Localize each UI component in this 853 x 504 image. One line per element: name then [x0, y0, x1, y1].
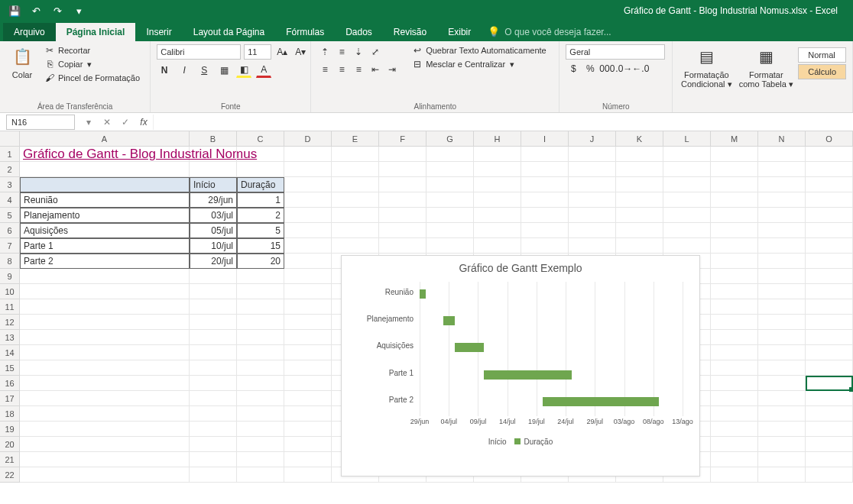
row-header[interactable]: 20: [0, 437, 20, 452]
align-bottom-icon[interactable]: ⇣: [351, 44, 366, 60]
wrap-text-button[interactable]: ↩Quebrar Texto Automaticamente: [410, 44, 548, 57]
row-header[interactable]: 6: [0, 223, 20, 238]
row-header[interactable]: 1: [0, 147, 20, 162]
col-header[interactable]: B: [190, 131, 237, 146]
table-header-empty[interactable]: [20, 177, 190, 192]
table-cell[interactable]: 05/jul: [190, 223, 237, 238]
row-header[interactable]: 7: [0, 238, 20, 254]
table-cell[interactable]: 5: [237, 223, 284, 238]
tab-formulas[interactable]: Fórmulas: [275, 23, 335, 41]
accounting-format-icon[interactable]: $: [566, 61, 581, 76]
row-header[interactable]: 14: [0, 345, 20, 360]
row-header[interactable]: 12: [0, 315, 20, 330]
col-header[interactable]: L: [663, 131, 711, 146]
cell-grid[interactable]: Gráfico de Gantt - Blog Industrial Nomus…: [20, 147, 853, 483]
row-header[interactable]: 21: [0, 452, 20, 467]
row-header[interactable]: 2: [0, 162, 20, 177]
table-cell[interactable]: 1: [237, 192, 284, 208]
col-header[interactable]: C: [237, 131, 284, 146]
decrease-decimal-icon[interactable]: ←.0: [633, 61, 648, 76]
orientation-icon[interactable]: ⤢: [368, 44, 383, 60]
comma-format-icon[interactable]: 000: [599, 61, 615, 76]
tab-file[interactable]: Arquivo: [3, 23, 56, 41]
format-painter-button[interactable]: 🖌Pincel de Formatação: [43, 72, 141, 84]
col-header[interactable]: F: [379, 131, 426, 146]
copy-button[interactable]: ⎘Copiar▾: [43, 58, 141, 70]
percent-format-icon[interactable]: %: [582, 61, 598, 76]
col-header[interactable]: K: [616, 131, 663, 146]
row-header[interactable]: 22: [0, 467, 20, 483]
align-center-icon[interactable]: ≡: [334, 62, 349, 77]
gantt-chart[interactable]: Gráfico de Gantt Exemplo 29/jun04/jul09/…: [341, 255, 700, 477]
col-header[interactable]: H: [474, 131, 521, 146]
enter-icon[interactable]: ✓: [116, 115, 135, 130]
col-header[interactable]: D: [284, 131, 332, 146]
increase-decimal-icon[interactable]: .0→: [616, 61, 631, 76]
row-header[interactable]: 5: [0, 208, 20, 223]
col-header[interactable]: G: [426, 131, 474, 146]
row-header[interactable]: 18: [0, 406, 20, 422]
align-right-icon[interactable]: ≡: [351, 62, 366, 77]
underline-button[interactable]: S: [196, 63, 212, 78]
table-cell[interactable]: Parte 1: [20, 238, 190, 254]
tab-home[interactable]: Página Inicial: [56, 23, 136, 41]
row-header[interactable]: 17: [0, 391, 20, 406]
name-box[interactable]: N16: [6, 115, 75, 130]
italic-button[interactable]: I: [177, 63, 192, 78]
decrease-font-icon[interactable]: A▾: [293, 44, 308, 60]
table-cell[interactable]: 2: [237, 208, 284, 223]
table-cell[interactable]: Parte 2: [20, 254, 190, 269]
row-header[interactable]: 8: [0, 254, 20, 269]
table-cell[interactable]: 03/jul: [190, 208, 237, 223]
select-all-corner[interactable]: [0, 131, 20, 146]
tab-data[interactable]: Dados: [335, 23, 383, 41]
row-header[interactable]: 15: [0, 360, 20, 376]
table-cell[interactable]: 10/jul: [190, 238, 237, 254]
tab-insert[interactable]: Inserir: [135, 23, 182, 41]
row-header[interactable]: 11: [0, 299, 20, 315]
col-header[interactable]: J: [569, 131, 616, 146]
table-cell[interactable]: 29/jun: [190, 192, 237, 208]
col-header[interactable]: O: [806, 131, 853, 146]
table-cell[interactable]: 20/jul: [190, 254, 237, 269]
col-header[interactable]: N: [758, 131, 806, 146]
increase-indent-icon[interactable]: ⇥: [384, 62, 400, 77]
borders-button[interactable]: ▦: [216, 63, 232, 78]
table-header-duracao[interactable]: Duração: [237, 177, 284, 192]
namebox-dropdown-icon[interactable]: ▾: [79, 115, 98, 130]
table-cell[interactable]: Reunião: [20, 192, 190, 208]
table-header-inicio[interactable]: Início: [190, 177, 237, 192]
row-header[interactable]: 19: [0, 422, 20, 437]
format-as-table-button[interactable]: ▦ Formatar como Tabela ▾: [738, 44, 793, 89]
font-size-combo[interactable]: 11: [244, 44, 271, 60]
table-cell[interactable]: Aquisições: [20, 223, 190, 238]
number-format-combo[interactable]: Geral: [566, 44, 665, 60]
col-header[interactable]: E: [332, 131, 379, 146]
font-name-combo[interactable]: Calibri: [157, 44, 241, 60]
cell-style-normal[interactable]: Normal: [798, 47, 846, 63]
align-middle-icon[interactable]: ≡: [334, 44, 349, 60]
bold-button[interactable]: N: [157, 63, 172, 78]
row-header[interactable]: 4: [0, 192, 20, 208]
fill-color-button[interactable]: ◧: [236, 63, 251, 78]
align-top-icon[interactable]: ⇡: [317, 44, 332, 60]
col-header[interactable]: A: [20, 131, 190, 146]
tab-view[interactable]: Exibir: [437, 23, 482, 41]
tell-me[interactable]: 💡 O que você deseja fazer...: [488, 26, 611, 41]
cancel-icon[interactable]: ✕: [98, 115, 116, 130]
merge-center-button[interactable]: ⊟Mesclar e Centralizar▾: [410, 58, 548, 70]
cell-A1-title-link[interactable]: Gráfico de Gantt - Blog Industrial Nomus: [20, 147, 190, 162]
col-header[interactable]: M: [711, 131, 758, 146]
fx-icon[interactable]: fx: [135, 115, 153, 130]
table-cell[interactable]: Planejamento: [20, 208, 190, 223]
tab-review[interactable]: Revisão: [383, 23, 437, 41]
row-header[interactable]: 13: [0, 330, 20, 345]
row-header[interactable]: 9: [0, 269, 20, 284]
font-color-button[interactable]: A: [256, 63, 271, 78]
decrease-indent-icon[interactable]: ⇤: [368, 62, 383, 77]
cut-button[interactable]: ✂Recortar: [43, 44, 141, 57]
formula-input[interactable]: [153, 115, 853, 130]
align-left-icon[interactable]: ≡: [317, 62, 332, 77]
conditional-formatting-button[interactable]: ▤ Formatação Condicional ▾: [679, 44, 734, 89]
row-header[interactable]: 16: [0, 376, 20, 391]
